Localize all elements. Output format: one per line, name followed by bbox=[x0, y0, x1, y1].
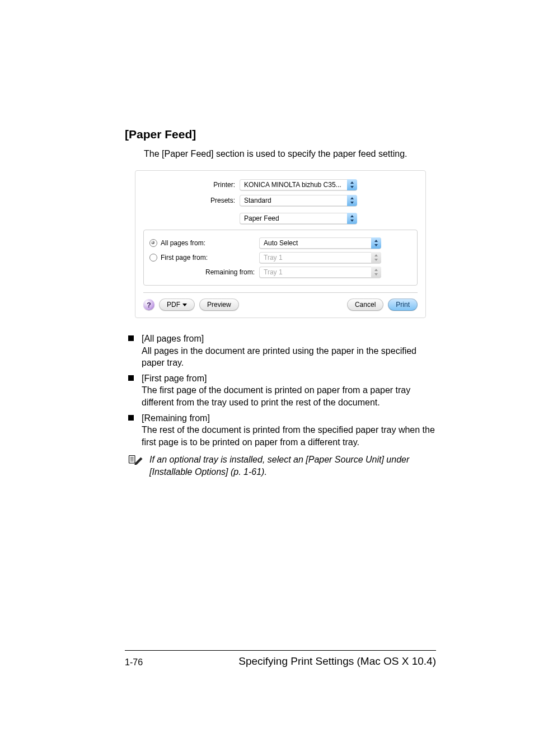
print-dialog: Printer: KONICA MINOLTA bizhub C35... Pr… bbox=[135, 170, 426, 318]
dropdown-arrows-icon bbox=[371, 252, 381, 263]
bullet-desc: The first page of the document is printe… bbox=[142, 384, 436, 408]
section-heading: [Paper Feed] bbox=[125, 128, 436, 141]
printer-value: KONICA MINOLTA bizhub C35... bbox=[240, 181, 347, 189]
note: If an optional tray is installed, select… bbox=[128, 454, 436, 478]
bullet-list: [All pages from] All pages in the docume… bbox=[128, 333, 436, 478]
remaining-select: Tray 1 bbox=[259, 267, 381, 278]
first-page-value: Tray 1 bbox=[259, 254, 371, 262]
first-page-label: First page from: bbox=[161, 254, 208, 262]
all-pages-select[interactable]: Auto Select bbox=[259, 237, 381, 249]
print-button[interactable]: Print bbox=[388, 298, 418, 311]
page-footer: 1-76 Specifying Print Settings (Mac OS X… bbox=[125, 650, 436, 668]
preview-label: Preview bbox=[207, 301, 231, 309]
dropdown-arrows-icon bbox=[347, 213, 357, 224]
section-intro: The [Paper Feed] section is used to spec… bbox=[144, 149, 436, 159]
square-bullet-icon bbox=[128, 415, 134, 421]
remaining-label: Remaining from: bbox=[205, 268, 255, 276]
footer-title: Specifying Print Settings (Mac OS X 10.4… bbox=[238, 655, 436, 668]
bullet-desc: All pages in the document are printed us… bbox=[142, 345, 436, 369]
svg-rect-0 bbox=[129, 456, 135, 464]
page-number: 1-76 bbox=[125, 657, 143, 668]
presets-select[interactable]: Standard bbox=[240, 195, 357, 206]
printer-label: Printer: bbox=[143, 181, 240, 189]
dialog-divider bbox=[143, 292, 418, 293]
first-page-radio[interactable] bbox=[149, 254, 157, 262]
printer-select[interactable]: KONICA MINOLTA bizhub C35... bbox=[240, 179, 357, 190]
note-text: If an optional tray is installed, select… bbox=[149, 454, 436, 478]
dropdown-arrows-icon bbox=[371, 267, 381, 278]
bullet-label: [All pages from] bbox=[142, 333, 436, 345]
panel-value: Paper Feed bbox=[240, 214, 347, 222]
preview-button[interactable]: Preview bbox=[199, 298, 239, 311]
paper-feed-group: All pages from: Auto Select First page f… bbox=[143, 230, 418, 286]
list-item: [All pages from] All pages in the docume… bbox=[128, 333, 436, 369]
bullet-desc: The rest of the document is printed from… bbox=[142, 424, 436, 448]
presets-label: Presets: bbox=[143, 197, 240, 204]
dropdown-arrows-icon bbox=[347, 179, 357, 190]
square-bullet-icon bbox=[128, 375, 134, 381]
all-pages-radio[interactable] bbox=[149, 239, 157, 247]
cancel-label: Cancel bbox=[355, 301, 376, 309]
all-pages-label: All pages from: bbox=[161, 239, 205, 247]
cancel-button[interactable]: Cancel bbox=[347, 298, 383, 311]
remaining-value: Tray 1 bbox=[259, 268, 371, 276]
pdf-label: PDF bbox=[167, 301, 180, 309]
help-button[interactable]: ? bbox=[143, 299, 154, 310]
all-pages-value: Auto Select bbox=[259, 239, 371, 247]
first-page-select: Tray 1 bbox=[259, 252, 381, 263]
dropdown-arrows-icon bbox=[347, 195, 357, 206]
print-label: Print bbox=[396, 301, 410, 309]
list-item: [Remaining from] The rest of the documen… bbox=[128, 412, 436, 449]
square-bullet-icon bbox=[128, 335, 134, 341]
dropdown-arrows-icon bbox=[371, 237, 381, 249]
list-item: [First page from] The first page of the … bbox=[128, 372, 436, 409]
note-icon bbox=[128, 455, 145, 468]
bullet-label: [Remaining from] bbox=[142, 412, 436, 424]
presets-value: Standard bbox=[240, 197, 347, 204]
bullet-label: [First page from] bbox=[142, 372, 436, 385]
chevron-down-icon bbox=[182, 304, 187, 306]
pdf-menu-button[interactable]: PDF bbox=[159, 298, 195, 311]
panel-select[interactable]: Paper Feed bbox=[240, 213, 357, 224]
